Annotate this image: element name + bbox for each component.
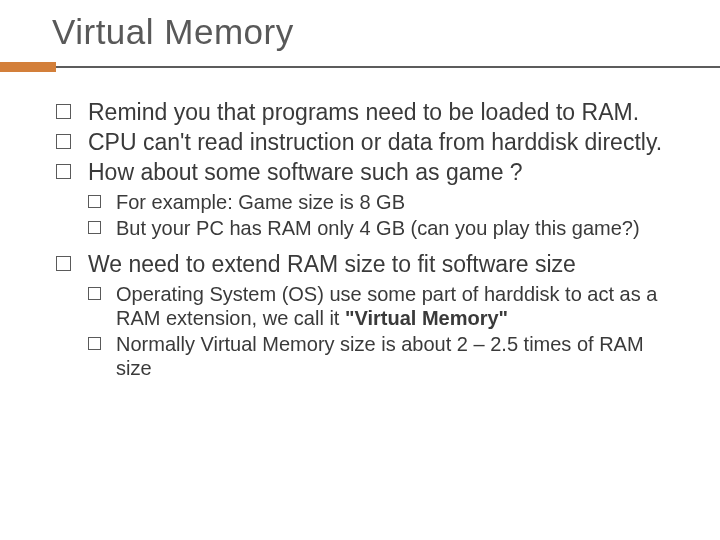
title-rule xyxy=(0,62,720,80)
sub-bullet-item: For example: Game size is 8 GB xyxy=(88,190,684,214)
bullet-item: How about some software such as game ? F… xyxy=(56,158,684,240)
slide-title: Virtual Memory xyxy=(52,12,720,52)
bullet-text: CPU can't read instruction or data from … xyxy=(88,129,662,155)
sub-bullet-item: Operating System (OS) use some part of h… xyxy=(88,282,684,331)
virtual-memory-term: "Virtual Memory" xyxy=(345,307,508,329)
bullet-text: Remind you that programs need to be load… xyxy=(88,99,639,125)
bullet-item: CPU can't read instruction or data from … xyxy=(56,128,684,156)
title-area: Virtual Memory xyxy=(0,0,720,52)
sub-bullet-text: Normally Virtual Memory size is about 2 … xyxy=(116,333,644,379)
bullet-list: Remind you that programs need to be load… xyxy=(56,98,684,381)
sub-bullet-list: Operating System (OS) use some part of h… xyxy=(88,282,684,381)
bullet-item: We need to extend RAM size to fit softwa… xyxy=(56,250,684,381)
sub-bullet-item: But your PC has RAM only 4 GB (can you p… xyxy=(88,216,684,240)
sub-bullet-list: For example: Game size is 8 GB But your … xyxy=(88,190,684,240)
content-area: Remind you that programs need to be load… xyxy=(0,80,720,381)
bullet-text: We need to extend RAM size to fit softwa… xyxy=(88,251,576,277)
bullet-item: Remind you that programs need to be load… xyxy=(56,98,684,126)
slide: Virtual Memory Remind you that programs … xyxy=(0,0,720,540)
bullet-text: How about some software such as game ? xyxy=(88,159,523,185)
sub-bullet-text: For example: Game size is 8 GB xyxy=(116,191,405,213)
divider-line xyxy=(56,66,720,68)
sub-bullet-text: But your PC has RAM only 4 GB (can you p… xyxy=(116,217,640,239)
sub-bullet-item: Normally Virtual Memory size is about 2 … xyxy=(88,332,684,381)
accent-bar xyxy=(0,62,56,72)
